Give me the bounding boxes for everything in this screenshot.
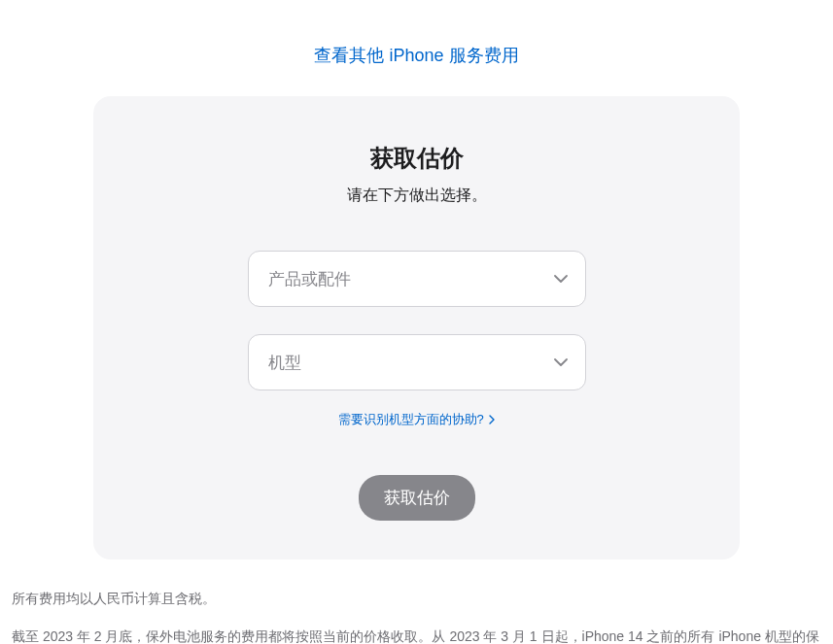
top-link-wrapper: 查看其他 iPhone 服务费用 — [10, 10, 823, 96]
footer-line-1: 所有费用均以人民币计算且含税。 — [12, 587, 821, 611]
model-select-wrapper: 机型 — [248, 334, 586, 390]
chevron-down-icon — [554, 358, 568, 366]
chevron-down-icon — [554, 275, 568, 283]
get-estimate-button[interactable]: 获取估价 — [359, 475, 475, 521]
product-select-placeholder: 产品或配件 — [268, 268, 351, 290]
product-select[interactable]: 产品或配件 — [248, 251, 586, 307]
other-service-fees-link[interactable]: 查看其他 iPhone 服务费用 — [314, 46, 518, 65]
identify-model-help-link[interactable]: 需要识别机型方面的协助? — [338, 412, 496, 426]
model-select[interactable]: 机型 — [248, 334, 586, 390]
chevron-right-icon — [489, 413, 495, 427]
model-select-placeholder: 机型 — [268, 352, 301, 374]
footer-line-2-pre: 截至 2023 年 2 月底，保外电池服务的费用都将按照当前的价格收取。从 20… — [12, 628, 819, 644]
card-subtitle: 请在下方做出选择。 — [132, 186, 701, 206]
estimate-card: 获取估价 请在下方做出选择。 产品或配件 机型 — [93, 96, 740, 559]
help-link-label: 需要识别机型方面的协助? — [338, 412, 484, 426]
card-title: 获取估价 — [132, 143, 701, 174]
product-select-wrapper: 产品或配件 — [248, 251, 586, 307]
footer-text: 所有费用均以人民币计算且含税。 截至 2023 年 2 月底，保外电池服务的费用… — [10, 587, 823, 644]
help-link-wrapper: 需要识别机型方面的协助? — [132, 410, 701, 428]
footer-line-2: 截至 2023 年 2 月底，保外电池服务的费用都将按照当前的价格收取。从 20… — [12, 625, 821, 644]
